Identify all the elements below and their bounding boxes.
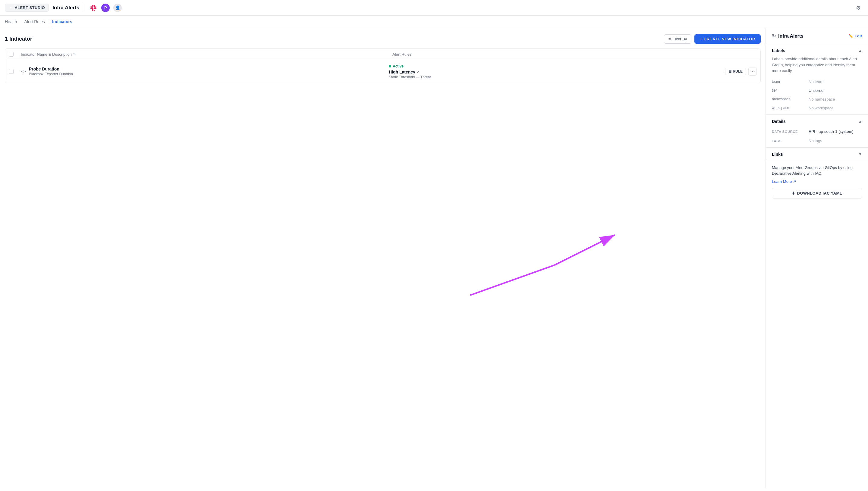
header-alert-rules: Alert Rules — [389, 52, 760, 57]
chevron-up-icon-details: ▲ — [858, 119, 862, 123]
detail-val-tags: No tags — [809, 139, 862, 143]
page-title: Infra Alerts — [52, 5, 79, 11]
links-section-header[interactable]: Links ▼ — [766, 148, 868, 160]
content-area: 1 Indicator ≡ Filter By + CREATE NEW IND… — [0, 28, 765, 488]
code-brackets-icon: <> — [21, 69, 26, 74]
indicator-name: Probe Duration — [29, 66, 73, 71]
label-row-workspace: workspace No workspace — [766, 104, 868, 114]
user-avatar[interactable]: 👤 — [113, 4, 122, 12]
settings-button[interactable]: ⚙ — [853, 3, 863, 13]
labels-section-title: Labels — [772, 48, 785, 53]
chevron-up-icon: ▲ — [858, 49, 862, 53]
label-val-workspace: No workspace — [809, 106, 862, 110]
tab-alert-rules[interactable]: Alert Rules — [24, 16, 45, 28]
row-checkbox[interactable] — [9, 69, 13, 74]
header-actions: ≡ Filter By + CREATE NEW INDICATOR — [664, 34, 761, 44]
tab-indicators[interactable]: Indicators — [52, 16, 72, 28]
rule-desc: Static Threshold — Threat — [389, 75, 725, 79]
back-button-label: ALERT STUDIO — [15, 5, 45, 10]
details-section-title: Details — [772, 119, 786, 124]
details-section: Details ▲ DATA SOURCE RPI - ap-south-1 (… — [766, 115, 868, 148]
download-icon: ⬇ — [792, 191, 795, 196]
labels-description: Labels provide additional details about … — [766, 56, 868, 78]
filter-button[interactable]: ≡ Filter By — [664, 34, 691, 44]
alert-rules-cell: Active High Latency ↗ Static Threshold —… — [389, 60, 760, 83]
refresh-icon: ↻ — [772, 33, 776, 39]
label-row-namespace: namespace No namespace — [766, 95, 868, 104]
label-val-tier: Untiered — [809, 88, 862, 93]
indicator-count: 1 Indicator — [5, 36, 32, 42]
download-iac-yaml-button[interactable]: ⬇ DOWNLOAD IAC YAML — [772, 188, 862, 199]
label-row-tier: tier Untiered — [766, 86, 868, 95]
table-row: <> Probe Duration Blackbox Exporter Dura… — [5, 60, 760, 83]
learn-more-link[interactable]: Learn More ↗ — [772, 179, 796, 184]
slack-icon[interactable] — [89, 4, 97, 12]
gear-icon: ⚙ — [856, 4, 861, 11]
labels-section: Labels ▲ Labels provide additional detai… — [766, 44, 868, 115]
rule-actions: ⊞ RULE ⋯ — [725, 67, 760, 76]
iac-description: Manage your Alert Groups via GitOps by u… — [772, 165, 862, 176]
content-header: 1 Indicator ≡ Filter By + CREATE NEW IND… — [5, 34, 761, 44]
rule-name: High Latency ↗ — [389, 69, 725, 75]
label-val-namespace: No namespace — [809, 97, 862, 102]
edit-pencil-icon: ✏️ — [848, 34, 853, 38]
chevron-down-icon-links: ▼ — [858, 152, 862, 156]
detail-row-tags: TAGS No tags — [766, 136, 868, 147]
row-checkbox-cell — [5, 69, 17, 74]
rule-button[interactable]: ⊞ RULE — [725, 68, 746, 75]
links-section-title: Links — [772, 152, 783, 156]
indicator-cell: <> Probe Duration Blackbox Exporter Dura… — [17, 63, 389, 80]
more-options-button[interactable]: ⋯ — [748, 67, 757, 76]
external-link-icon: ↗ — [417, 70, 420, 74]
main-layout: 1 Indicator ≡ Filter By + CREATE NEW IND… — [0, 28, 868, 488]
sidebar-title: ↻ Infra Alerts — [772, 33, 804, 39]
status-badge: Active — [389, 64, 403, 68]
nav-tabs: Health Alert Rules Indicators — [0, 16, 868, 28]
detail-val-datasource: RPI - ap-south-1 (system) — [809, 129, 862, 134]
status-dot — [389, 65, 391, 67]
sort-icon-name: ⇅ — [73, 52, 76, 56]
indicator-desc: Blackbox Exporter Duration — [29, 72, 73, 76]
filter-icon: ≡ — [669, 37, 671, 41]
back-button[interactable]: ← ALERT STUDIO — [5, 4, 49, 12]
tab-health[interactable]: Health — [5, 16, 17, 28]
sidebar-header: ↻ Infra Alerts ✏️ Edit — [766, 28, 868, 44]
top-bar: ← ALERT STUDIO Infra Alerts P 👤 ⚙ — [0, 0, 868, 16]
label-val-team: No team — [809, 80, 862, 84]
indicators-table: Indicator Name & Description ⇅ Alert Rul… — [5, 49, 761, 83]
details-section-header[interactable]: Details ▲ — [766, 115, 868, 127]
labels-section-header[interactable]: Labels ▲ — [766, 44, 868, 56]
header-indicator-name: Indicator Name & Description ⇅ — [17, 52, 389, 57]
header-checkbox-cell — [5, 52, 17, 57]
links-section: Links ▼ — [766, 148, 868, 160]
p-avatar[interactable]: P — [101, 4, 110, 12]
label-row-team: team No team — [766, 78, 868, 86]
edit-button[interactable]: ✏️ Edit — [848, 34, 862, 38]
detail-row-datasource: DATA SOURCE RPI - ap-south-1 (system) — [766, 127, 868, 136]
back-arrow-icon: ← — [9, 5, 13, 10]
table-header: Indicator Name & Description ⇅ Alert Rul… — [5, 49, 760, 60]
rule-icon: ⊞ — [728, 69, 731, 74]
create-indicator-button[interactable]: + CREATE NEW INDICATOR — [694, 34, 761, 44]
ellipsis-icon: ⋯ — [750, 69, 755, 75]
iac-section: Manage your Alert Groups via GitOps by u… — [766, 160, 868, 203]
header-checkbox[interactable] — [9, 52, 13, 57]
divider — [84, 4, 84, 11]
right-sidebar: ↻ Infra Alerts ✏️ Edit Labels ▲ Labels p… — [765, 28, 868, 488]
